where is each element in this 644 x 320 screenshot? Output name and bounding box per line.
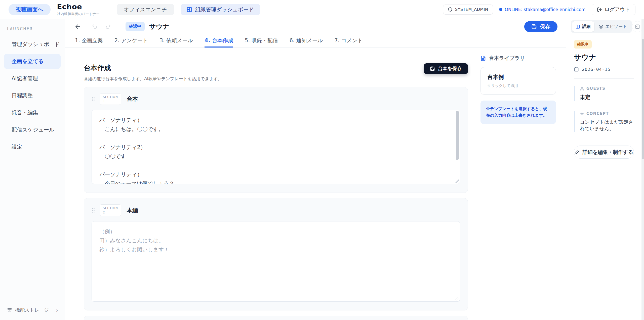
library-template-card[interactable]: 台本例 クリックして適用	[480, 67, 556, 95]
arrow-left-icon	[74, 23, 81, 30]
status-badge: 確認中	[126, 22, 145, 31]
logo-block: Echoe 社内報担当者のパートナー	[57, 3, 100, 16]
sidebar: LAUNCHER 管理ダッシュボード 企画を立てる AI記者管理 日程調整 録音…	[0, 19, 65, 320]
sidebar-item-scheduling[interactable]: 日程調整	[4, 88, 61, 103]
tab-content: 台本作成 番組の進行台本を作成します。AI執筆やテンプレートを活用できます。 台…	[65, 48, 566, 320]
sidebar-item-ai-reporter[interactable]: AI記者管理	[4, 71, 61, 86]
header-right: SYSTEM_ADMIN ONLINE: stakama@office-enni…	[443, 4, 635, 15]
save-icon	[531, 24, 537, 29]
viewer-screen-button[interactable]: 視聴画面へ	[9, 4, 51, 15]
template-title: 台本例	[487, 73, 549, 81]
divider	[574, 78, 634, 79]
pencil-icon	[575, 150, 580, 155]
collapse-panel-button[interactable]	[632, 21, 643, 32]
panel-tab-episodes[interactable]: エピソード	[595, 21, 631, 32]
undo-button[interactable]	[91, 23, 99, 31]
textarea-resize-handle[interactable]	[455, 297, 459, 301]
document-toolbar: 確認中 サウナ 保存	[65, 19, 566, 34]
edit-details-button[interactable]: 詳細を編集・制作する	[574, 146, 634, 159]
episode-title: サウナ	[574, 53, 634, 63]
layers-icon	[599, 24, 603, 29]
sidebar-section-label: LAUNCHER	[7, 27, 61, 31]
save-label: 保存	[540, 23, 550, 30]
sidebar-item-plan[interactable]: 企画を立てる	[4, 54, 61, 69]
workspace-button[interactable]: オフィスエンニチ	[117, 4, 174, 15]
page-title: サウナ	[149, 22, 169, 31]
tab-notification-mail[interactable]: 6. 通知メール	[290, 34, 323, 48]
step-tabbar: 1. 企画立案 2. アンケート 3. 依頼メール 4. 台本作成 5. 収録・…	[65, 34, 566, 48]
tab-survey[interactable]: 2. アンケート	[114, 34, 148, 48]
script-section-1: SECTION 1 台本 パーソナリティ） こんにちは。〇〇です。 パーソナリテ…	[84, 87, 468, 193]
redo-icon	[105, 24, 111, 30]
storage-label: 機能ストレージ	[15, 307, 49, 313]
detail-panel: 詳細 エピソード	[566, 19, 641, 320]
section-label: 本編	[127, 207, 138, 214]
edit-details-label: 詳細を編集・制作する	[583, 149, 633, 156]
tab-comments[interactable]: 7. コメント	[334, 34, 363, 48]
redo-button[interactable]	[104, 23, 112, 31]
undo-icon	[92, 24, 98, 30]
logout-label: ログアウト	[605, 6, 630, 13]
top-header: 視聴画面へ Echoe 社内報担当者のパートナー オフィスエンニチ 組織管理ダッ…	[0, 0, 644, 19]
script-textarea-2[interactable]	[92, 221, 460, 302]
save-script-label: 台本を保存	[438, 65, 462, 72]
toolbar-divider	[119, 23, 119, 30]
app-window: 視聴画面へ Echoe 社内報担当者のパートナー オフィスエンニチ 組織管理ダッ…	[0, 0, 644, 320]
panel-tab-details-label: 詳細	[582, 24, 591, 29]
sidebar-item-settings[interactable]: 設定	[4, 139, 61, 154]
guests-value: 未定	[580, 94, 634, 101]
app-logo: Echoe	[57, 3, 100, 11]
main-area: 確認中 サウナ 保存 1. 企画立案 2. アンケート 3. 依頼メール 4. …	[65, 19, 566, 320]
detail-panel-body: 確認中 サウナ 2026-04-15 GUESTS	[566, 34, 641, 165]
concept-block: CONCEPT コンセプトはまだ設定されていません。	[574, 111, 634, 132]
drag-handle-icon[interactable]	[92, 96, 95, 102]
logout-icon	[597, 7, 602, 12]
document-icon	[480, 56, 486, 61]
online-status-text: ONLINE: stakama@office-ennichi.com	[505, 7, 586, 12]
template-subtitle: クリックして適用	[487, 83, 549, 88]
script-section-2: SECTION 2 本編	[84, 198, 468, 310]
org-dashboard-button[interactable]: 組織管理ダッシュボード	[181, 4, 260, 15]
editor-heading: 台本作成	[84, 63, 222, 72]
textarea-scrollbar-thumb[interactable]	[456, 111, 459, 160]
tab-recording[interactable]: 5. 収録・配信	[245, 34, 278, 48]
tab-planning[interactable]: 1. 企画立案	[75, 34, 103, 48]
library-note: ※テンプレートを選択すると、現在の入力内容は上書きされます。	[480, 101, 556, 124]
sparkle-icon	[580, 112, 584, 116]
calendar-icon	[574, 67, 579, 72]
back-button[interactable]	[73, 22, 82, 31]
guests-block: GUESTS 未定	[574, 86, 634, 101]
script-library: 台本ライブラリ 台本例 クリックして適用 ※テンプレートを選択すると、現在の入力…	[480, 48, 556, 320]
page-scrollbar[interactable]	[641, 19, 644, 320]
editor-subtitle: 番組の進行台本を作成します。AI執筆やテンプレートを活用できます。	[84, 76, 222, 82]
panel-tab-episodes-label: エピソード	[605, 24, 627, 29]
panel-tab-group: 詳細 エピソード	[571, 20, 632, 33]
role-badge: SYSTEM_ADMIN	[443, 5, 493, 15]
save-script-button[interactable]: 台本を保存	[424, 63, 468, 74]
tab-request-mail[interactable]: 3. 依頼メール	[159, 34, 193, 48]
logout-button[interactable]: ログアウト	[592, 4, 635, 15]
section-label: 台本	[127, 95, 138, 103]
panel-tab-details[interactable]: 詳細	[572, 21, 594, 32]
section-number-badge: SECTION 2	[100, 204, 121, 216]
logo-subtitle: 社内報担当者のパートナー	[57, 12, 100, 16]
person-icon	[580, 86, 584, 91]
status-badge: 確認中	[574, 40, 592, 49]
script-editor: 台本作成 番組の進行台本を作成します。AI執筆やテンプレートを活用できます。 台…	[84, 48, 468, 320]
online-dot-icon	[499, 8, 502, 11]
sidebar-item-storage[interactable]: 機能ストレージ ›	[4, 302, 61, 314]
section-number-badge: SECTION 1	[100, 93, 121, 105]
drag-handle-icon[interactable]	[92, 207, 95, 214]
tab-script[interactable]: 4. 台本作成	[205, 34, 233, 48]
sidebar-item-broadcast-schedule[interactable]: 配信スケジュール	[4, 122, 61, 137]
save-button[interactable]: 保存	[524, 21, 557, 32]
guests-label: GUESTS	[586, 86, 606, 91]
online-status: ONLINE: stakama@office-ennichi.com	[499, 7, 586, 12]
sidebar-item-recording[interactable]: 録音・編集	[4, 105, 61, 120]
archive-box-icon	[7, 308, 12, 313]
script-textarea-1[interactable]: パーソナリティ） こんにちは。〇〇です。 パーソナリティ2） 〇〇です パーソナ…	[92, 110, 460, 184]
episode-date: 2026-04-15	[582, 67, 610, 72]
page-scrollbar-thumb[interactable]	[642, 39, 644, 159]
sidebar-item-admin-dashboard[interactable]: 管理ダッシュボード	[4, 37, 61, 52]
section-badge-label: SECTION	[103, 206, 118, 210]
